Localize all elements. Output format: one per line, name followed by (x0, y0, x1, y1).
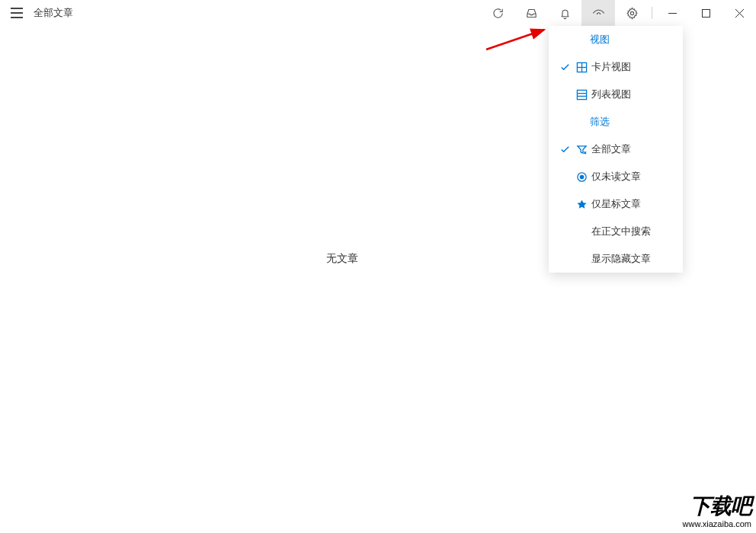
dropdown-item-label: 列表视图 (591, 88, 631, 101)
dropdown-section-view: 视图 (549, 26, 683, 53)
dropdown-item-starred-only[interactable]: 仅星标文章 (549, 190, 683, 218)
grid-icon (573, 62, 590, 73)
minimize-button[interactable] (655, 0, 689, 26)
svg-point-14 (579, 174, 584, 179)
titlebar: 全部文章 (0, 0, 756, 26)
dropdown-item-label: 在正文中搜索 (591, 225, 651, 238)
watermark-text: 下载吧 (683, 492, 751, 521)
dropdown-item-card-view[interactable]: 卡片视图 (549, 53, 683, 81)
dropdown-item-search-body[interactable]: 在正文中搜索 (549, 218, 683, 245)
watermark-url: www.xiazaiba.com (683, 519, 751, 528)
check-icon (556, 144, 573, 155)
close-button[interactable] (722, 0, 756, 26)
list-icon (573, 89, 590, 101)
empty-state-text: 无文章 (326, 252, 358, 266)
svg-line-16 (486, 30, 544, 49)
watermark: 下载吧 www.xiazaiba.com (683, 492, 751, 528)
svg-point-0 (630, 11, 633, 14)
refresh-button[interactable] (481, 0, 514, 26)
maximize-button[interactable] (689, 0, 722, 26)
titlebar-left: 全部文章 (0, 6, 73, 20)
filter-icon (573, 144, 590, 155)
dropdown-item-label: 显示隐藏文章 (591, 252, 651, 266)
hamburger-menu-icon[interactable] (11, 8, 23, 18)
dropdown-item-list-view[interactable]: 列表视图 (549, 81, 683, 108)
check-icon (556, 62, 573, 73)
dropdown-item-show-hidden[interactable]: 显示隐藏文章 (549, 245, 683, 273)
dropdown-section-filter: 筛选 (549, 108, 683, 136)
dropdown-item-label: 全部文章 (591, 142, 631, 156)
titlebar-right (481, 0, 756, 26)
toolbar-divider (652, 7, 652, 19)
dropdown-item-label: 仅未读文章 (591, 170, 641, 184)
notifications-button[interactable] (548, 0, 581, 26)
settings-button[interactable] (615, 0, 649, 26)
svg-rect-2 (702, 9, 710, 17)
annotation-arrow-icon (485, 28, 553, 51)
dropdown-item-label: 仅星标文章 (591, 197, 641, 211)
page-title: 全部文章 (34, 6, 73, 20)
svg-rect-8 (577, 90, 586, 99)
view-dropdown: 视图 卡片视图 列表视图 筛选 全部文章 仅未读文章 (549, 26, 683, 273)
view-button[interactable] (581, 0, 615, 26)
dropdown-item-label: 卡片视图 (591, 60, 631, 74)
dropdown-item-all-articles[interactable]: 全部文章 (549, 136, 683, 163)
circle-icon (573, 171, 590, 183)
star-icon (573, 199, 590, 210)
inbox-button[interactable] (514, 0, 548, 26)
dropdown-item-unread-only[interactable]: 仅未读文章 (549, 163, 683, 190)
